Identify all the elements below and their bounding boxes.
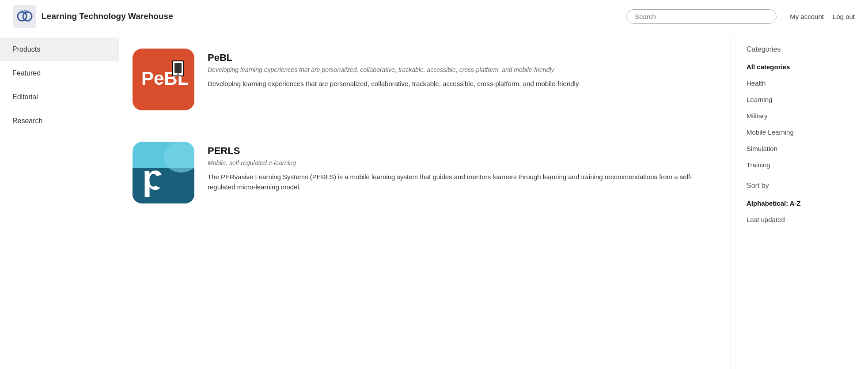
category-all[interactable]: All categories [747, 59, 853, 75]
svg-rect-7 [174, 63, 182, 73]
pebl-product-tagline: Developing learning experiences that are… [208, 66, 717, 73]
perls-product-description: The PERvasive Learning Systems (PERLS) i… [208, 172, 717, 192]
perls-product-tagline: Mobile, self-regulated e-learning [208, 159, 717, 166]
pebl-product-description: Developing learning experiences that are… [208, 79, 717, 89]
sidebar-item-editorial[interactable]: Editorial [0, 85, 119, 109]
categories-title: Categories [747, 45, 853, 53]
category-health[interactable]: Health [747, 75, 853, 91]
category-simulation[interactable]: Simulation [747, 140, 853, 157]
pebl-product-info: PeBL Developing learning experiences tha… [208, 49, 717, 89]
logout-link[interactable]: Log out [833, 13, 855, 20]
perls-product-info: PERLS Mobile, self-regulated e-learning … [208, 142, 717, 192]
site-title: Learning Technology Warehouse [42, 11, 173, 21]
product-card-perls: p PERLS Mobile, self-regulated e-learnin… [133, 126, 717, 219]
sidebar-item-research[interactable]: Research [0, 109, 119, 133]
category-military[interactable]: Military [747, 108, 853, 124]
header: ADL Learning Technology Warehouse My acc… [0, 0, 868, 33]
svg-rect-14 [133, 194, 142, 203]
sidebar-item-products[interactable]: Products [0, 38, 119, 61]
svg-rect-15 [185, 194, 194, 203]
logo-area: ADL Learning Technology Warehouse [13, 5, 173, 28]
category-mobile-learning[interactable]: Mobile Learning [747, 124, 853, 140]
svg-rect-0 [13, 5, 36, 28]
sort-alphabetical[interactable]: Alphabetical: A-Z [747, 195, 853, 211]
pebl-icon: PeBL [133, 49, 194, 110]
right-sidebar: Categories All categories Health Learnin… [731, 33, 868, 369]
perls-product-name: PERLS [208, 145, 717, 157]
product-card-pebl: PeBL PeBL Developing learning experience… [133, 33, 717, 126]
svg-text:ADL: ADL [21, 9, 29, 14]
site-logo-icon: ADL [13, 5, 36, 28]
sidebar-item-featured[interactable]: Featured [0, 61, 119, 85]
search-bar[interactable] [626, 9, 777, 24]
content-area: PeBL PeBL Developing learning experience… [119, 33, 731, 369]
header-links: My account Log out [790, 13, 855, 20]
category-learning[interactable]: Learning [747, 91, 853, 108]
svg-point-17 [155, 175, 167, 188]
left-sidebar: Products Featured Editorial Research [0, 33, 119, 369]
svg-point-8 [177, 73, 179, 75]
sort-last-updated[interactable]: Last updated [747, 211, 853, 228]
sort-title: Sort by [747, 182, 853, 190]
category-training[interactable]: Training [747, 157, 853, 173]
search-input[interactable] [635, 13, 768, 20]
pebl-product-name: PeBL [208, 52, 717, 64]
main-layout: Products Featured Editorial Research PeB… [0, 33, 868, 369]
sort-section: Sort by Alphabetical: A-Z Last updated [747, 182, 853, 228]
my-account-link[interactable]: My account [790, 13, 824, 20]
perls-icon: p [133, 142, 194, 203]
